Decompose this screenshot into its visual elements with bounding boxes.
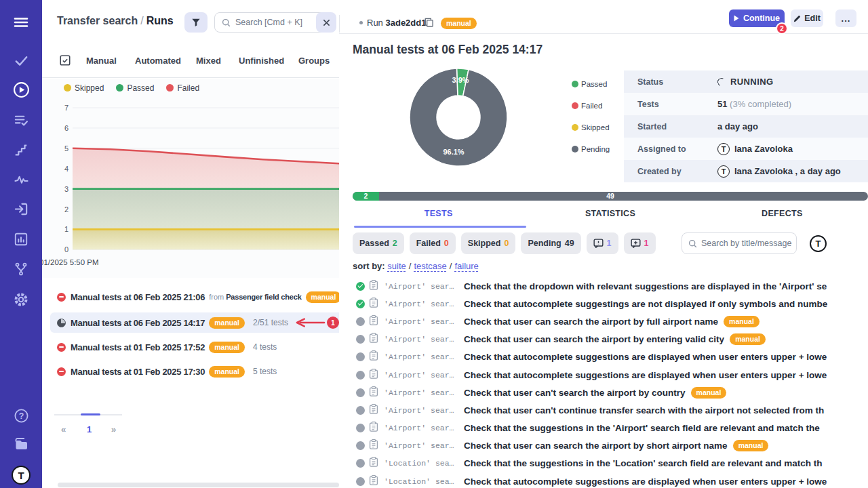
test-status-pending-icon: [356, 352, 365, 361]
bar-chart-icon[interactable]: [0, 229, 42, 249]
in-progress-status-icon: [57, 319, 66, 327]
test-suite: 'Airport' sear…: [384, 424, 456, 432]
filter-comment-plus[interactable]: 1: [624, 232, 656, 254]
donut-legend-passed: Passed: [572, 80, 607, 88]
testcase-icon: [369, 333, 378, 346]
annotation-badge: 1: [327, 317, 339, 329]
running-spinner-icon: [716, 77, 726, 87]
testcase-icon: [369, 439, 378, 452]
branch-icon[interactable]: [0, 259, 42, 279]
filter-failed[interactable]: Failed0: [410, 232, 456, 254]
help-icon[interactable]: ?: [0, 405, 42, 426]
run-list-item[interactable]: Manual tests at 06 Feb 2025 14:17manual2…: [42, 312, 339, 333]
more-actions-button[interactable]: ...: [835, 9, 856, 27]
runs-search-input[interactable]: Search [Cmd + K]: [214, 12, 326, 33]
filter-comment[interactable]: 1: [587, 232, 618, 254]
runs-panel: Transfer search/Runs Search [Cmd + K] Ma…: [42, 0, 339, 488]
gear-icon[interactable]: [0, 289, 42, 310]
sign-in-icon[interactable]: [0, 199, 42, 219]
test-status-passed-icon: [356, 282, 365, 291]
activity-icon[interactable]: [0, 169, 42, 190]
runs-tab-manual[interactable]: Manual: [86, 56, 117, 66]
runs-tab-mixed[interactable]: Mixed: [196, 56, 221, 66]
tab-tests[interactable]: TESTS: [353, 209, 524, 218]
runs-trend-chart: SkippedPassedFailed 76543210 01/2025 5:5…: [42, 79, 339, 278]
pagination-prev[interactable]: «: [61, 424, 66, 434]
svg-text:1: 1: [64, 225, 68, 233]
folder-icon[interactable]: [0, 434, 42, 454]
menu-icon[interactable]: [0, 12, 42, 33]
pagination-page-1[interactable]: 1: [87, 424, 92, 434]
filter-skipped[interactable]: Skipped0: [461, 232, 516, 254]
pencil-icon: [793, 15, 801, 22]
test-case-row[interactable]: 'Airport' sear…Check that user can't sea…: [339, 384, 868, 401]
sort-link-failure[interactable]: failure: [454, 261, 478, 271]
filter-passed[interactable]: Passed2: [353, 232, 404, 254]
workspace-avatar[interactable]: T: [0, 465, 42, 485]
summary-row-created-by: Created byTIana Zavoloka , a day ago: [624, 160, 868, 182]
check-icon[interactable]: [0, 50, 42, 70]
test-case-row[interactable]: 'Airport' sear…Check that autocomplete s…: [339, 366, 868, 384]
test-case-row[interactable]: 'Airport' sear…Check that autocomplete s…: [339, 348, 868, 366]
test-suite: 'Airport' sear…: [384, 352, 456, 361]
failed-status-icon: [57, 367, 66, 376]
runs-tabs: ManualAutomatedMixedUnfinishedGroups: [42, 45, 339, 78]
runs-tab-automated[interactable]: Automated: [135, 56, 181, 66]
test-case-row[interactable]: 'Location' sea…Check that autocomplete s…: [339, 472, 868, 488]
list-check-icon[interactable]: [0, 110, 42, 130]
breadcrumb-project[interactable]: Transfer search: [57, 15, 138, 26]
svg-text:7: 7: [64, 104, 68, 112]
edit-button[interactable]: Edit: [791, 9, 823, 27]
test-title: Check that user can't continue transfer …: [464, 405, 824, 415]
pagination-next[interactable]: »: [111, 424, 116, 434]
runs-play-icon[interactable]: [0, 79, 42, 100]
assignee-filter-avatar[interactable]: T: [810, 235, 827, 252]
run-from-label: from: [209, 293, 224, 301]
test-title: Check that user can't search the airport…: [464, 388, 686, 398]
comment-plus-icon: [631, 239, 641, 248]
legend-skipped: Skipped: [64, 83, 104, 93]
run-tests-count: 4 tests: [253, 342, 277, 352]
testcase-icon: [369, 386, 378, 399]
summary-row-assigned-to: Assigned toTIana Zavoloka: [624, 138, 868, 160]
run-list-item[interactable]: Manual tests at 01 Feb 2025 17:30manual5…: [42, 361, 339, 382]
select-all-icon[interactable]: [59, 54, 71, 69]
test-case-row[interactable]: 'Airport' sear…Check that the dropdown w…: [339, 277, 868, 295]
test-case-row[interactable]: 'Airport' sear…Check that autocomplete s…: [339, 295, 868, 312]
run-tests-count: 2/51 tests: [253, 318, 288, 327]
search-clear-button[interactable]: [316, 12, 336, 33]
filter-pending[interactable]: Pending49: [521, 232, 580, 254]
steps-icon[interactable]: [0, 140, 42, 160]
svg-text:0: 0: [64, 245, 68, 253]
tests-list: 'Airport' sear…Check that the dropdown w…: [339, 277, 868, 488]
test-case-row[interactable]: 'Location' sea…Check that the suggestion…: [339, 455, 868, 472]
svg-text:4: 4: [64, 165, 68, 173]
test-case-row[interactable]: 'Airport' sear…Check that user can searc…: [339, 437, 868, 455]
runs-tab-groups[interactable]: Groups: [298, 56, 330, 66]
run-list-item[interactable]: Manual tests at 06 Feb 2025 21:06fromPas…: [42, 287, 339, 307]
test-case-row[interactable]: 'Airport' sear…Check that user can searc…: [339, 312, 868, 330]
run-type-badge: manual: [441, 18, 477, 29]
test-case-row[interactable]: 'Airport' sear…Check that user can searc…: [339, 331, 868, 348]
runs-tab-unfinished[interactable]: Unfinished: [239, 56, 284, 66]
sort-link-testcase[interactable]: testcase: [414, 261, 446, 271]
filter-button[interactable]: [184, 12, 208, 33]
run-type-badge: manual: [306, 291, 339, 303]
tests-search-input[interactable]: Search by title/message: [682, 232, 797, 254]
tab-defects[interactable]: DEFECTS: [696, 209, 868, 218]
test-title: Check that autocomplete suggestions are …: [464, 370, 827, 380]
run-list-item[interactable]: Manual tests at 01 Feb 2025 17:52manual4…: [42, 337, 339, 357]
divider: [339, 15, 340, 33]
test-case-row[interactable]: 'Airport' sear…Check that user can't con…: [339, 401, 868, 419]
test-case-row[interactable]: 'Airport' sear…Check that the suggestion…: [339, 420, 868, 437]
test-status-passed-icon: [356, 300, 365, 308]
horizontal-scrollbar[interactable]: [58, 483, 339, 487]
copy-icon[interactable]: [424, 17, 434, 30]
donut-legend-failed: Failed: [572, 102, 602, 110]
tab-statistics[interactable]: STATISTICS: [524, 209, 696, 218]
sort-by-label: sort by:: [353, 261, 385, 271]
sort-link-suite[interactable]: suite: [387, 261, 406, 271]
close-icon: [323, 19, 330, 26]
summary-row-started: Starteda day ago: [624, 115, 868, 138]
test-title: Check that user can search the airport b…: [464, 441, 728, 451]
